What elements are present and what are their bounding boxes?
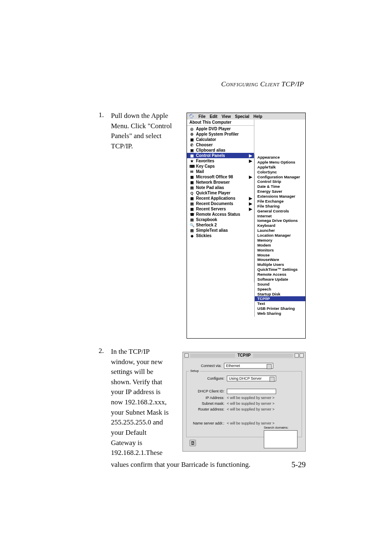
submenu-item: Keyboard <box>255 223 305 228</box>
name-server-label: Name server addr.: <box>189 421 227 425</box>
submenu-item: Text <box>255 301 305 306</box>
menu-item: ★Favorites▶ <box>187 158 254 164</box>
menu-item-label: Recent Documents <box>196 201 233 206</box>
step-2-text: In the TCP/IP window, your new settings … <box>111 347 171 458</box>
menu-item-label: SimpleText alias <box>196 228 228 233</box>
menu-item-icon: ◆ <box>189 233 194 238</box>
menu-item-icon: ▦ <box>189 207 194 211</box>
submenu-item: Memory <box>255 238 305 243</box>
menu-item-icon: ▦ <box>189 196 194 201</box>
submenu-arrow-icon: ▶ <box>249 159 252 163</box>
submenu-arrow-icon: ▶ <box>249 196 252 201</box>
submenu-arrow-icon: ▶ <box>249 201 252 206</box>
menu-item-label: Control Panels <box>196 153 225 158</box>
apple-icon <box>189 113 194 119</box>
name-server-value: < will be supplied by server > <box>227 421 274 425</box>
search-domains-label: Search domains: <box>264 426 297 429</box>
menu-item-icon: ▦ <box>189 175 194 179</box>
configure-select: Using DHCP Server ▴▾ <box>227 376 276 381</box>
submenu-item: Launcher <box>255 228 305 233</box>
search-domains-field <box>264 430 297 448</box>
submenu-item: File Sharing <box>255 204 305 209</box>
submenu-item: Extensions Manager <box>255 194 305 199</box>
submenu-item: Speech <box>255 287 305 292</box>
menu-item-label: Recent Servers <box>196 207 226 211</box>
router-address-label: Router address: <box>189 407 227 411</box>
connect-via-label: Connect via: <box>186 364 224 368</box>
submenu-item: Internet <box>255 214 305 219</box>
menu-item: ▦Calculator <box>187 137 254 142</box>
menu-item-label: QuickTime Player <box>196 191 231 195</box>
submenu-item: TCP/IP <box>255 296 305 301</box>
updown-icon: ▴▾ <box>269 364 271 368</box>
running-header: Configuring Client TCP/IP <box>99 80 306 88</box>
menu-item-icon: ☎ <box>189 212 194 217</box>
menubar-help: Help <box>254 114 263 119</box>
menu-item-label: Note Pad alias <box>196 185 224 190</box>
step-2: 2. In the TCP/IP window, your new settin… <box>99 347 306 470</box>
search-domains: Search domains: <box>264 426 297 448</box>
menu-item-label: Network Browser <box>196 180 230 185</box>
step-1-text: Pull down the Apple Menu. Click "Control… <box>111 111 177 152</box>
menu-item: ◎Apple DVD Player <box>187 126 254 131</box>
submenu-item: USB Printer Sharing <box>255 306 305 311</box>
menu-item: ▤Note Pad alias <box>187 185 254 190</box>
menu-item-label: Key Caps <box>196 164 215 168</box>
menu-item-icon: ▤ <box>189 217 194 222</box>
menu-item-label: Chooser <box>196 143 213 147</box>
menu-item-icon: Q <box>189 191 194 195</box>
menu-about-label: About This Computer <box>189 120 231 125</box>
menu-item-icon: ▤ <box>189 185 194 190</box>
menu-item: ▦Recent Servers▶ <box>187 206 254 212</box>
submenu-arrow-icon: ▶ <box>249 207 252 211</box>
subnet-mask-label: Subnet mask: <box>189 401 227 406</box>
setup-legend: Setup <box>189 369 200 373</box>
connect-via-value: Ethernet <box>226 364 240 368</box>
control-panels-submenu: AppearanceApple Menu OptionsAppleTalkCol… <box>254 154 305 317</box>
page-number: 5-29 <box>291 460 306 469</box>
submenu-item: Control Strip <box>255 179 305 184</box>
menu-item: ✆Chooser <box>187 142 254 148</box>
menubar-special: Special <box>235 114 249 119</box>
menu-item-icon: ✉ <box>189 169 194 174</box>
menu-item-label: Remote Access Status <box>196 212 240 217</box>
menu-item-icon: ▦ <box>189 153 194 158</box>
submenu-item: Energy Saver <box>255 189 305 194</box>
menu-item: QQuickTime Player <box>187 190 254 196</box>
menubar-edit: Edit <box>210 114 217 119</box>
zoom-box-icon <box>295 353 299 358</box>
menubar-view: View <box>221 114 231 119</box>
submenu-item: Software Update <box>255 277 305 282</box>
submenu-item: Remote Access <box>255 272 305 277</box>
submenu-item: AppleTalk <box>255 165 305 170</box>
menu-item-label: Apple System Profiler <box>196 132 239 136</box>
menu-item-icon: ▤ <box>189 201 194 206</box>
menu-item: ▤Scrapbook <box>187 217 254 222</box>
ip-address-label: IP Address: <box>189 396 227 400</box>
menu-item-label: Microsoft Office 98 <box>196 175 233 179</box>
step-1-number: 1. <box>99 111 104 119</box>
menu-item-icon: ◎ <box>189 127 194 131</box>
step-2-confirm: values confirm that your Barricade is fu… <box>111 458 306 470</box>
menu-about-this-computer: About This Computer <box>187 120 254 125</box>
menu-item: ▣Clipboard alias <box>187 148 254 153</box>
collapse-box-icon <box>300 353 304 358</box>
menu-item: ▦Network Browser <box>187 180 254 185</box>
submenu-item: Web Sharing <box>255 311 305 316</box>
menu-item-icon: ▦ <box>189 180 194 185</box>
apple-menu-dropdown: About This Computer ◎Apple DVD Player⚙Ap… <box>187 120 254 282</box>
menu-item: ⚙Apple System Profiler <box>187 131 254 137</box>
submenu-item: Date & Time <box>255 184 305 189</box>
menu-item-label: Stickies <box>196 233 212 238</box>
submenu-item: Startup Disk <box>255 292 305 297</box>
submenu-item: File Exchange <box>255 199 305 204</box>
submenu-item: Apple Menu Options <box>255 160 305 165</box>
menu-item-icon: ⌨ <box>189 164 194 168</box>
menu-item-icon: 🔍 <box>189 223 194 227</box>
submenu-item: Configuration Manager <box>255 175 305 180</box>
step-2-number: 2. <box>99 347 104 355</box>
menu-item: ◆Stickies <box>187 233 254 238</box>
menu-item-label: Scrapbook <box>196 217 217 222</box>
submenu-item: MouseWare <box>255 257 305 262</box>
menu-item-label: Calculator <box>196 137 216 142</box>
